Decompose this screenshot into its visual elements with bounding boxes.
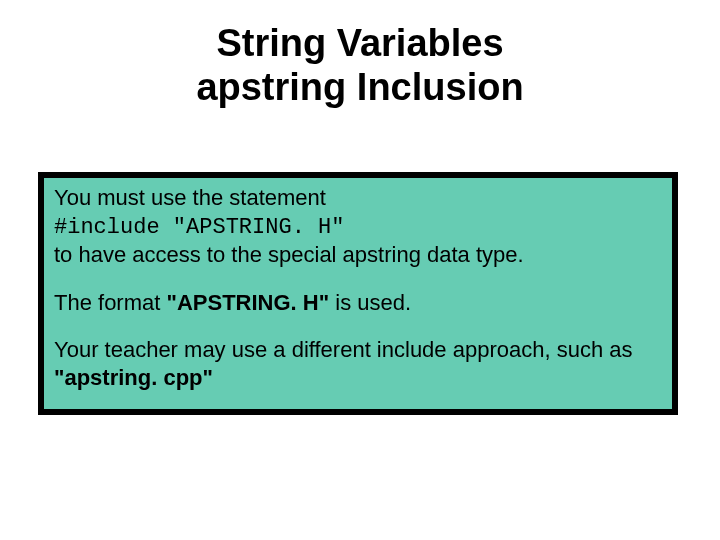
p3-filename: "apstring. cpp" [54,365,213,390]
paragraph-3: Your teacher may use a different include… [54,336,662,391]
title-line-2: apstring Inclusion [196,66,523,108]
p3-a: Your teacher may use a different include… [54,337,632,362]
slide: String Variables apstring Inclusion You … [0,22,720,540]
paragraph-1: You must use the statement #include "APS… [54,184,662,269]
paragraph-2: The format "APSTRING. H" is used. [54,289,662,317]
p2-b: is used. [329,290,411,315]
slide-title: String Variables apstring Inclusion [0,22,720,109]
include-code: #include "APSTRING. H" [54,215,344,240]
content-box: You must use the statement #include "APS… [38,172,678,415]
p2-a: The format [54,290,166,315]
p1-outro: to have access to the special apstring d… [54,242,524,267]
p1-intro: You must use the statement [54,185,326,210]
p2-filename: "APSTRING. H" [166,290,329,315]
title-line-1: String Variables [216,22,503,64]
